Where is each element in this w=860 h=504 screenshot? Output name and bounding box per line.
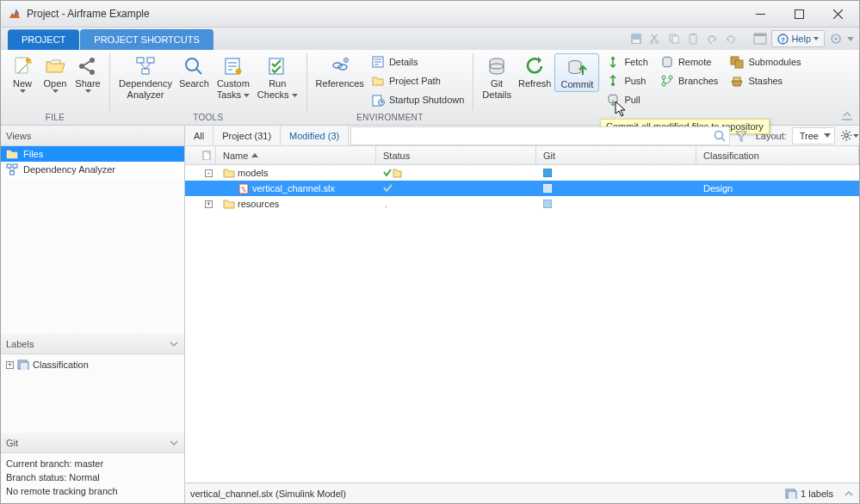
row-name: resources [238, 199, 279, 209]
push-button[interactable]: Push [603, 72, 652, 89]
open-button[interactable]: Open [39, 53, 71, 95]
open-icon [44, 55, 66, 77]
status-bar: vertical_channel.slx (Simulink Model) 1 … [185, 482, 859, 503]
table-row[interactable]: -models [185, 165, 859, 181]
fetch-button[interactable]: Fetch [603, 53, 652, 71]
folder-icon [371, 74, 385, 88]
expand-icon[interactable]: - [205, 169, 213, 177]
new-button[interactable]: New [6, 53, 39, 95]
qat-window-icon[interactable] [752, 31, 768, 46]
push-icon [606, 74, 620, 88]
file-header-icon [202, 151, 212, 160]
minimize-button[interactable] [741, 2, 780, 27]
remote-button[interactable]: Remote [657, 53, 721, 71]
chevron-down-icon [824, 133, 831, 138]
refresh-button[interactable]: Refresh [515, 53, 555, 90]
share-button[interactable]: Share [71, 53, 104, 95]
details-icon [371, 55, 385, 69]
filter-button[interactable] [732, 126, 751, 145]
svg-rect-8 [690, 34, 696, 44]
close-button[interactable] [819, 2, 857, 27]
expand-icon[interactable]: + [6, 361, 14, 369]
target-icon[interactable] [828, 31, 844, 46]
custom-tasks-button[interactable]: Custom Tasks [213, 53, 254, 101]
svg-point-31 [345, 59, 347, 61]
ribbon-tab-strip: PROJECT PROJECT SHORTCUTS ? Help [1, 28, 859, 50]
chevron-up-icon[interactable] [844, 489, 854, 499]
group-caption-environment: ENVIRONMENT [312, 113, 468, 125]
column-classification[interactable]: Classification [696, 146, 859, 164]
window-title: Project - Airframe Example [27, 8, 150, 20]
filter-modified[interactable]: Modified (3) [281, 126, 349, 145]
submodules-icon [730, 55, 744, 69]
search-field[interactable] [350, 126, 730, 145]
ribbon-collapse-icon[interactable] [840, 108, 854, 121]
svg-text:?: ? [781, 35, 785, 43]
group-caption-file: FILE [6, 113, 104, 125]
svg-point-38 [611, 57, 615, 60]
submodules-button[interactable]: Submodules [727, 53, 804, 71]
remote-icon [660, 55, 674, 69]
file-tree[interactable]: -modelsvertical_channel.slxDesign+resour… [185, 165, 859, 482]
row-name: models [238, 168, 268, 178]
settings-gear[interactable] [840, 129, 859, 142]
run-checks-button[interactable]: Run Checks [254, 53, 301, 101]
table-row[interactable]: +resources. [185, 196, 859, 212]
maximize-button[interactable] [780, 2, 819, 27]
view-files[interactable]: Files [1, 146, 184, 162]
expand-icon[interactable]: + [205, 200, 213, 208]
column-status[interactable]: Status [376, 146, 536, 164]
filter-project[interactable]: Project (31) [213, 126, 281, 145]
search-icon[interactable] [713, 129, 727, 143]
pull-button[interactable]: Pull [603, 91, 652, 108]
svg-point-54 [845, 133, 848, 137]
labels-pane-header[interactable]: Labels [1, 334, 184, 354]
view-dependency-analyzer[interactable]: Dependency Analyzer [1, 162, 184, 177]
grid-header: Name Status Git Classification [185, 146, 859, 165]
row-classification: Design [703, 183, 733, 194]
label-icon [17, 360, 29, 370]
qat-save-icon[interactable] [628, 31, 644, 46]
table-row[interactable]: vertical_channel.slxDesign [185, 181, 859, 196]
git-details-button[interactable]: Git Details [479, 53, 515, 101]
group-caption-tools: TOOLS [115, 113, 301, 125]
files-icon [6, 148, 18, 160]
label-classification[interactable]: + Classification [6, 358, 179, 372]
filter-all[interactable]: All [185, 126, 213, 145]
fetch-icon [606, 55, 620, 69]
references-button[interactable]: References [312, 53, 368, 90]
dependency-analyzer-button[interactable]: Dependency Analyzer [115, 53, 176, 101]
qat-redo-icon[interactable] [723, 31, 739, 46]
status-labels[interactable]: 1 labels [785, 489, 833, 499]
column-expand[interactable] [185, 146, 216, 164]
project-path-button[interactable]: Project Path [368, 72, 467, 89]
qat-copy-icon[interactable] [666, 31, 682, 46]
help-button[interactable]: ? Help [771, 30, 825, 47]
qat-undo-icon[interactable] [704, 31, 720, 46]
details-button[interactable]: Details [368, 53, 467, 71]
tab-project[interactable]: PROJECT [8, 29, 79, 50]
commit-icon [566, 56, 588, 78]
svg-point-4 [651, 40, 653, 43]
startup-shutdown-button[interactable]: Startup Shutdown [368, 91, 467, 108]
qat-paste-icon[interactable] [685, 31, 701, 46]
branches-button[interactable]: Branches [657, 72, 721, 89]
svg-rect-21 [137, 58, 144, 63]
qat-cut-icon[interactable] [647, 31, 663, 46]
git-pane-header[interactable]: Git [1, 433, 184, 453]
search-button[interactable]: Search [176, 53, 213, 90]
views-pane-header[interactable]: Views [1, 126, 184, 146]
search-input[interactable] [350, 126, 730, 145]
stashes-icon [730, 74, 744, 88]
branches-icon [660, 74, 674, 88]
svg-point-44 [669, 76, 672, 79]
tab-project-shortcuts[interactable]: PROJECT SHORTCUTS [80, 29, 213, 50]
svg-rect-49 [13, 164, 17, 168]
svg-rect-1 [795, 9, 804, 18]
column-name[interactable]: Name [216, 146, 376, 164]
custom-tasks-icon [222, 55, 244, 77]
layout-combo[interactable]: Tree [792, 127, 835, 144]
commit-button[interactable]: Commit [554, 53, 599, 92]
column-git[interactable]: Git [536, 146, 696, 164]
stashes-button[interactable]: Stashes [727, 72, 804, 89]
